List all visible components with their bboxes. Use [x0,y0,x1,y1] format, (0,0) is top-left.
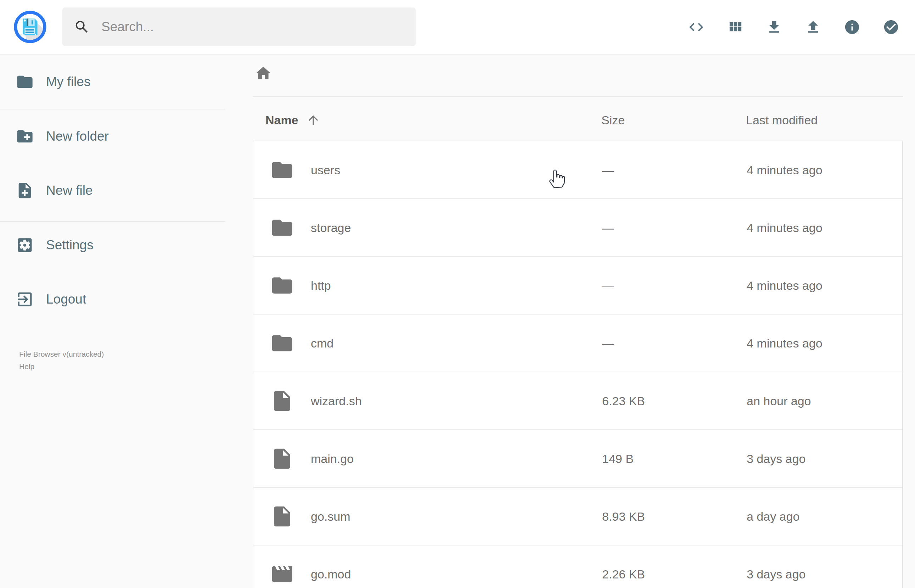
sidebar-divider [0,221,225,222]
file-name: storage [311,221,351,234]
file-modified: 3 days ago [747,567,805,581]
header-toolbar [688,0,899,54]
select-multiple-button[interactable] [883,19,899,36]
breadcrumb-home-button[interactable] [254,65,272,82]
row-wizard.sh[interactable]: wizard.sh 6.23 KB an hour ago [253,372,902,430]
column-label: Size [601,113,625,127]
file-modified: 4 minutes ago [747,163,823,177]
new-folder-icon [16,127,34,145]
sidebar-item-label: Settings [46,237,94,252]
file-size: 8.93 KB [602,509,645,523]
breadcrumb-divider [253,96,903,97]
search-icon [74,19,90,35]
file-size: — [602,221,614,234]
column-label: Last modified [746,113,818,127]
file-name: users [311,163,340,177]
file-name: go.sum [311,509,351,523]
sidebar-item-logout[interactable]: Logout [0,281,225,317]
sidebar-credits: File Browser v(untracked) Help [19,348,104,373]
column-header-name[interactable]: Name [265,112,320,128]
folder-icon [270,331,294,355]
sidebar-item-label: New file [46,183,93,198]
row-cmd[interactable]: cmd — 4 minutes ago [253,315,902,372]
file-name: go.mod [311,567,351,581]
file-modified: 4 minutes ago [747,278,823,292]
upload-button[interactable] [805,19,821,36]
file-name: wizard.sh [311,394,362,408]
info-button[interactable] [844,19,860,36]
row-users[interactable]: users — 4 minutes ago [253,141,902,199]
new-file-icon [16,181,34,200]
sidebar-item-settings[interactable]: Settings [0,227,225,263]
download-button[interactable] [766,19,782,36]
file-size: — [602,278,614,292]
sidebar-item-label: New folder [46,129,109,144]
column-header-last-modified[interactable]: Last modified [746,112,818,128]
info-icon [844,19,860,36]
file-size: — [602,336,614,350]
sidebar-item-my-files[interactable]: My files [0,64,225,100]
upload-icon [805,19,821,36]
home-icon [254,65,272,82]
file-modified: a day ago [747,509,799,523]
search-bar[interactable] [62,7,416,46]
version-link[interactable]: File Browser v(untracked) [19,348,104,360]
floppy-disk-logo-icon [13,10,47,44]
file-modified: 4 minutes ago [747,336,823,350]
settings-icon [16,236,34,254]
check-circle-icon [883,19,899,36]
app-logo[interactable] [13,10,47,44]
folder-icon [16,73,34,91]
row-main.go[interactable]: main.go 149 B 3 days ago [253,430,902,488]
switch-view-button[interactable] [727,19,744,36]
row-storage[interactable]: storage — 4 minutes ago [253,199,902,257]
column-header-size[interactable]: Size [601,112,625,128]
listing-column-headers: Name Size Last modified [253,112,903,128]
sidebar-item-new-folder[interactable]: New folder [0,118,225,154]
file-listing: users — 4 minutes ago storage — 4 minute… [253,141,903,588]
movie-icon [270,562,294,586]
download-icon [766,19,782,36]
file-icon [270,446,294,471]
folder-icon [270,273,294,298]
file-icon [270,504,294,529]
row-go.mod[interactable]: go.mod 2.26 KB 3 days ago [253,546,902,588]
shell-toggle-button[interactable] [688,19,705,36]
file-name: cmd [311,336,333,350]
logout-icon [16,290,34,309]
sidebar-divider [0,109,225,110]
file-size: 6.23 KB [602,394,645,408]
file-modified: an hour ago [747,394,811,408]
grid-view-icon [727,19,744,36]
file-icon [270,389,294,414]
file-name: http [311,278,331,292]
row-go.sum[interactable]: go.sum 8.93 KB a day ago [253,488,902,546]
search-input[interactable] [101,19,393,35]
file-modified: 3 days ago [747,452,805,465]
help-link[interactable]: Help [19,360,104,373]
top-header-bar [0,0,915,55]
folder-icon [270,215,294,240]
file-size: 2.26 KB [602,567,645,581]
folder-icon [270,158,294,183]
arrow-up-icon [306,113,320,127]
sidebar-item-label: My files [46,74,91,89]
column-label: Name [265,113,298,127]
file-size: — [602,163,614,177]
file-name: main.go [311,452,354,465]
file-size: 149 B [602,452,634,465]
row-http[interactable]: http — 4 minutes ago [253,257,902,315]
code-icon [688,19,705,36]
file-modified: 4 minutes ago [747,221,823,234]
sidebar-item-new-file[interactable]: New file [0,173,225,208]
sidebar-item-label: Logout [46,292,86,307]
